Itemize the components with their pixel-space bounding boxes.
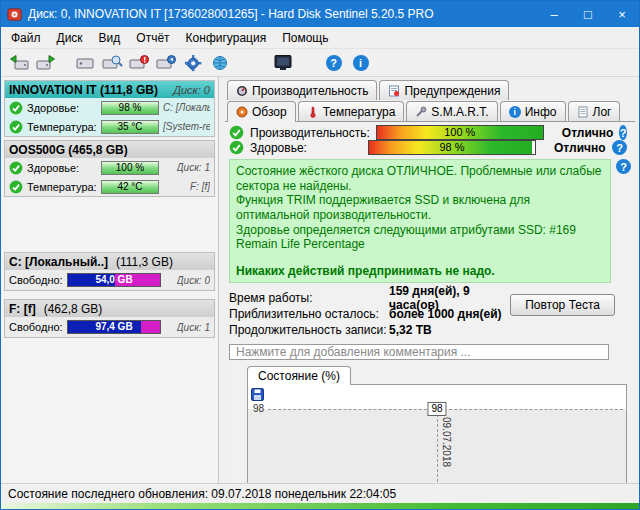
prev-disk-icon[interactable] [5, 51, 32, 75]
ok-check-icon [9, 180, 23, 194]
free-label: Свободно: [9, 274, 63, 286]
health-label: Здоровье: [27, 162, 97, 174]
free-space-row: Свободно: 54,0 GB Диск: 0 [5, 270, 214, 290]
comment-input[interactable] [229, 344, 609, 360]
disk-item-0[interactable]: INNOVATION IT (111,8 GB) Диск: 0 Здоровь… [4, 80, 215, 137]
menu-help[interactable]: Помощь [274, 28, 336, 48]
partition-header: F: [f] (462,8 GB) [5, 300, 214, 317]
tab-smart[interactable]: S.M.A.R.T. [406, 101, 497, 121]
estimated-lifetime-row: Приблизительно осталось: более 1000 дня(… [229, 306, 510, 322]
x-axis-tick: 09.07.2018 [441, 417, 452, 467]
health-bar: 100 % [101, 161, 159, 175]
ok-check-icon [9, 161, 23, 175]
help-icon[interactable]: ? [612, 140, 627, 155]
temperature-bar: 42 °C [101, 180, 159, 194]
next-disk-icon[interactable] [32, 51, 59, 75]
performance-bar: 100 % [376, 125, 544, 140]
tab-info[interactable]: i Инфо [500, 101, 566, 121]
retest-button[interactable]: Повтор Теста [510, 294, 615, 316]
disk-detect-icon[interactable] [152, 51, 179, 75]
health-label: Здоровье: [27, 102, 97, 114]
disk-list-sidebar: INNOVATION IT (111,8 GB) Диск: 0 Здоровь… [1, 77, 219, 483]
sidebar-spacer [4, 200, 215, 252]
status-line: Здоровье определяется следующими атрибут… [236, 223, 604, 252]
stat-value: 5,32 TB [389, 323, 432, 337]
window-title: Диск: 0, INNOVATION IT [1736028001265] -… [28, 7, 531, 21]
temperature-label: Температура: [27, 121, 97, 133]
tab-label: Лог [593, 105, 612, 119]
wrench-icon [415, 106, 427, 118]
disk-item-1[interactable]: OOS500G (465,8 GB) Здоровье: 100 % Диск:… [4, 140, 215, 197]
settings-gear-icon[interactable] [179, 51, 206, 75]
stat-label: Время работы: [229, 291, 389, 305]
save-chart-icon[interactable] [251, 388, 264, 401]
status-info-row: Состояние жёсткого диска ОТЛИЧНОЕ. Пробл… [229, 159, 631, 283]
disk-alert-icon[interactable] [125, 51, 152, 75]
performance-rating: Отлично [562, 126, 614, 140]
stat-label: Приблизительно осталось: [229, 307, 389, 321]
health-rating: Отлично [554, 141, 606, 155]
partition-size: (462,8 GB) [44, 302, 103, 316]
menu-configuration[interactable]: Конфигурация [178, 28, 275, 48]
tab-performance[interactable]: Производительность [227, 80, 377, 100]
free-space-bar: 97,4 GB [67, 320, 161, 334]
disk-icon[interactable] [71, 51, 98, 75]
free-space-value: 54,0 GB [68, 274, 160, 286]
ok-check-icon [229, 125, 244, 140]
menu-disk[interactable]: Диск [49, 28, 91, 48]
health-gradient-strip [1, 503, 639, 509]
status-bar: Состояние последнего обновления: 09.07.2… [1, 483, 639, 503]
help-icon[interactable]: ? [320, 51, 347, 75]
stat-label: Продолжительность записи: [229, 323, 389, 337]
disk-header: INNOVATION IT (111,8 GB) Диск: 0 [5, 81, 214, 98]
temperature-row: Температура: 35 °C [System-res... [5, 117, 214, 136]
partition-item-c[interactable]: C: [Локальный..] (111,3 GB) Свободно: 54… [4, 252, 215, 291]
chart-plot-area: 98 98 09.07.2018 [247, 384, 627, 483]
power-on-time-row: Время работы: 159 дня(ей), 9 часа(ов) [229, 290, 510, 306]
tab-label: Производительность [252, 84, 368, 98]
minimize-button[interactable]: – [537, 1, 571, 27]
help-icon[interactable]: ? [619, 125, 627, 140]
tab-label: Инфо [525, 105, 557, 119]
partition-letters: C: [Локальн.. [163, 102, 210, 113]
date-guide-line [437, 409, 438, 482]
disk-number: Диск: 0 [173, 84, 210, 96]
menu-file[interactable]: Файл [3, 28, 49, 48]
health-row: Здоровье: 100 % Диск: 1 [5, 158, 214, 177]
ok-check-icon [9, 120, 23, 134]
info-icon[interactable]: i [347, 51, 374, 75]
tab-overview[interactable]: Обзор [227, 101, 296, 122]
disk-number: Диск: 1 [177, 162, 210, 173]
disk-header: OOS500G (465,8 GB) [5, 141, 214, 158]
lifetime-writes-row: Продолжительность записи: 5,32 TB [229, 322, 510, 338]
tab-label: Температура [323, 105, 396, 119]
menu-view[interactable]: Вид [91, 28, 129, 48]
close-button[interactable]: × [605, 1, 639, 27]
chart-tab-health-percent[interactable]: Состояние (%) [247, 366, 351, 385]
disk-search-icon[interactable] [98, 51, 125, 75]
tab-log[interactable]: Лог [568, 101, 621, 121]
temperature-label: Температура: [27, 181, 97, 193]
partition-item-f[interactable]: F: [f] (462,8 GB) Свободно: 97,4 GB Диск… [4, 299, 215, 338]
health-label: Здоровье: [250, 141, 362, 155]
free-space-value: 97,4 GB [68, 321, 160, 333]
partition-name: F: [f] [9, 302, 36, 316]
gauge-icon [236, 85, 248, 97]
tabs-row-top: Производительность Предупреждения [225, 80, 635, 100]
dark-monitor-icon[interactable] [269, 51, 296, 75]
health-row: Здоровье: 98 % C: [Локальн.. [5, 98, 214, 117]
app-window: Диск: 0, INNOVATION IT [1736028001265] -… [0, 0, 640, 510]
tab-temperature[interactable]: Температура [298, 101, 405, 121]
temperature-bar: 35 °C [101, 120, 159, 134]
world-online-icon[interactable] [206, 51, 233, 75]
menu-report[interactable]: Отчёт [128, 28, 177, 48]
app-icon [7, 7, 22, 22]
maximize-button[interactable]: □ [571, 1, 605, 27]
tab-alerts[interactable]: Предупреждения [379, 80, 509, 100]
titlebar: Диск: 0, INNOVATION IT [1736028001265] -… [1, 1, 639, 27]
help-icon[interactable]: ? [616, 159, 631, 174]
performance-label: Производительность: [250, 126, 370, 140]
toolbar: ? i [1, 49, 639, 77]
content-area: INNOVATION IT (111,8 GB) Диск: 0 Здоровь… [1, 77, 639, 483]
free-space-row: Свободно: 97,4 GB Диск: 1 [5, 317, 214, 337]
